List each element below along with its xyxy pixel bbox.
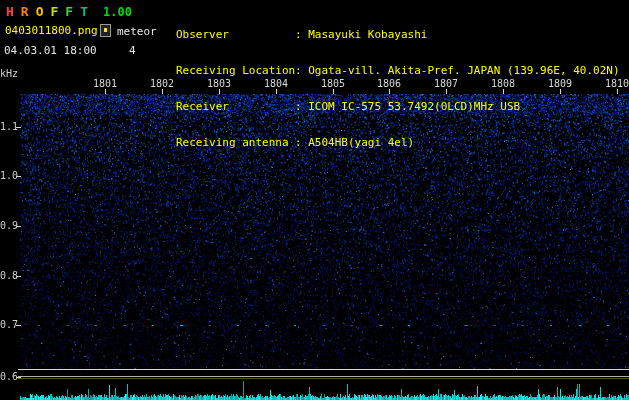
echo-count: 4 [129,44,136,57]
x-tick-label: 1803 [207,78,231,89]
x-tick-label: 1808 [491,78,515,89]
info-row-location: Receiving Location: Ogata-vill. Akita-Pr… [176,65,620,77]
info-colon: : [295,100,308,113]
info-row-observer: Observer: Masayuki Kobayashi [176,29,620,41]
observation-datetime: 04.03.01 18:00 [4,44,97,57]
station-info: Observer: Masayuki Kobayashi Receiving L… [176,5,620,173]
x-tick-label: 1802 [150,78,174,89]
logo-letter: R [21,4,29,19]
info-colon: : [295,136,308,149]
logo-letter: O [36,4,44,19]
info-label: Receiver [176,101,295,113]
y-tick-label: 0.8 [0,270,17,282]
x-tick-label: 1801 [93,78,117,89]
output-filename: 0403011800.png [5,24,98,37]
x-tick-label: 1807 [434,78,458,89]
info-value: Ogata-vill. Akita-Pref. JAPAN (139.96E, … [308,64,619,77]
y-tick-label: 0.7 [0,319,17,331]
y-tick-label: 0.9 [0,220,17,232]
logo-letter: F [50,4,58,19]
logo-letter: H [6,4,14,19]
x-tick-label: 1806 [377,78,401,89]
observation-mode-label: meteor [117,25,157,38]
y-tick-label: 1.1 [0,121,17,133]
logo-letter: F [65,4,73,19]
info-value: Masayuki Kobayashi [308,28,427,41]
app-logo: HROFFT1.00 [6,4,132,19]
x-tick-label: 1810 [605,78,629,89]
y-tick-label: 1.0 [0,170,17,182]
y-axis-unit: kHz [0,68,17,80]
y-tick-label: 0.6 [0,371,17,383]
x-tick-label: 1809 [548,78,572,89]
info-value: A504HB(yagi 4el) [308,136,414,149]
app-version: 1.00 [103,5,132,19]
info-row-antenna: Receiving antenna: A504HB(yagi 4el) [176,137,620,149]
info-row-receiver: Receiver: ICOM IC-575 53.7492(0LCD)MHz U… [176,101,620,113]
stamp-icon [100,24,111,37]
info-label: Receiving antenna [176,137,295,149]
info-label: Receiving Location [176,65,295,77]
info-colon: : [295,28,308,41]
x-tick-label: 1804 [264,78,288,89]
hrofft-output: HROFFT1.00 0403011800.png meteor 04.03.0… [0,0,629,400]
info-value: ICOM IC-575 53.7492(0LCD)MHz USB [308,100,520,113]
logo-letter: T [80,4,88,19]
x-tick-label: 1805 [321,78,345,89]
info-label: Observer [176,29,295,41]
info-colon: : [295,64,308,77]
